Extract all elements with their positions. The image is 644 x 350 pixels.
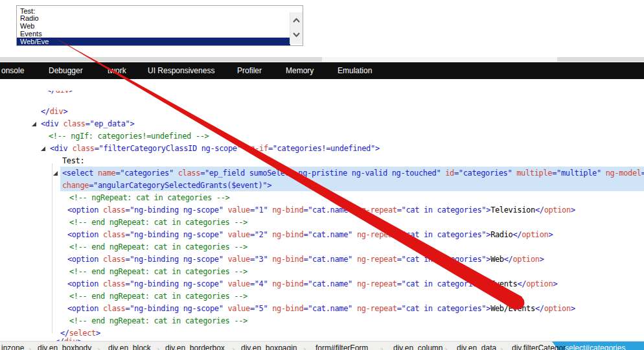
code-token-c: <!-- end ngRepeat: cat in categories --> — [69, 267, 247, 276]
dom-tree-node[interactable]: <!-- end ngRepeat: cat in categories --> — [69, 266, 247, 277]
code-token-t: </ — [41, 107, 50, 116]
dom-tree-node[interactable]: <option class="ng-binding ng-scope" valu… — [67, 205, 575, 215]
code-token-a: div — [50, 107, 63, 116]
dom-tree-node[interactable]: <option class="ng-binding ng-scope" valu… — [67, 303, 575, 314]
code-token-t: > — [130, 119, 135, 128]
option-row-web-eve[interactable]: Web/Eve — [17, 38, 290, 45]
code-token-t: <option — [67, 230, 103, 239]
breadcrumb-item-div-en-data[interactable]: div.en_data — [457, 342, 496, 350]
dom-tree-node[interactable]: <div class="filterCategoryClassID ng-sco… — [50, 143, 380, 154]
code-token-v: ="2" — [250, 230, 272, 239]
code-token-x: Test: — [62, 156, 84, 165]
code-token-x: Television — [490, 205, 535, 215]
breadcrumb-separator-icon: › — [97, 342, 100, 350]
breadcrumb-item-div-en-borderbox[interactable]: div.en_borderbox — [165, 342, 225, 350]
tab-profiler[interactable]: Profiler — [237, 63, 262, 80]
horizontal-scrollbar[interactable] — [0, 57, 644, 62]
code-token-a: ng-bind — [272, 230, 303, 239]
code-token-x: Events — [490, 279, 517, 288]
breadcrumb-item-form-filterform[interactable]: form#filterForm — [316, 342, 368, 350]
code-token-t: > — [549, 230, 553, 239]
code-token-t: > — [63, 107, 67, 116]
code-token-a: class — [178, 169, 200, 178]
listbox-scrollbar[interactable] — [290, 12, 303, 44]
tree-indent-guide — [52, 163, 52, 333]
code-token-v: ="cat.name" — [303, 279, 357, 288]
code-token-v: ="ng-binding ng-scope" — [125, 279, 227, 288]
code-token-t: </ — [535, 304, 544, 313]
dom-tree-node[interactable]: </div> — [55, 336, 82, 341]
expand-collapse-triangle-icon[interactable] — [41, 146, 45, 151]
option-row-web[interactable]: Web — [17, 22, 290, 30]
code-token-v: ="ep_data" — [86, 119, 130, 128]
tab-memory[interactable]: Memory — [286, 63, 314, 80]
code-token-v: ="cat in categories"> — [397, 205, 490, 215]
breadcrumb-item-inzone[interactable]: inzone — [1, 342, 24, 350]
code-token-v: ="ng-binding ng-scope" — [125, 205, 227, 215]
element-breadcrumb-bar: select#categories inzone›div.en_boxbody›… — [0, 341, 644, 350]
dom-tree-node[interactable]: <!-- end ngRepeat: cat in categories --> — [69, 217, 247, 228]
dom-tree-node[interactable]: <!-- end ngRepeat: cat in categories --> — [69, 316, 247, 326]
tab-twork[interactable]: twork — [108, 63, 126, 80]
dom-tree-node[interactable]: <select name="categories" class="ep_fiel… — [62, 168, 644, 178]
dom-tree-node[interactable]: <!-- end ngRepeat: cat in categories --> — [69, 242, 247, 252]
breadcrumb-item-div-en-boxpagin[interactable]: div.en_boxpagin — [241, 342, 297, 350]
code-token-c: <!-- end ngRepeat: cat in categories --> — [69, 218, 247, 227]
dom-tree-node[interactable]: Test: — [62, 156, 84, 166]
code-token-c: <!-- ngIf: categories!=undefined --> — [49, 132, 209, 141]
code-token-a: option — [544, 304, 571, 313]
dom-tree-node[interactable]: <option class="ng-binding ng-scope" valu… — [67, 279, 557, 289]
expand-collapse-triangle-icon[interactable] — [53, 171, 58, 176]
code-token-a: option — [513, 255, 540, 264]
breadcrumb-item-div-en-column[interactable]: div.en_column — [393, 342, 443, 350]
dom-tree-node[interactable]: <option class="ng-binding ng-scope" valu… — [67, 254, 544, 264]
code-token-x: Web — [490, 255, 504, 264]
code-token-v: ="1" — [250, 205, 272, 215]
code-token-v: ="angularCategorySelectedGrants($event)" — [89, 181, 267, 190]
breadcrumb-item-div-filtercategor[interactable]: div.filterCategor — [512, 342, 566, 350]
dom-tree-node[interactable]: <option class="ng-binding ng-scope" valu… — [67, 229, 553, 240]
scrollbar-thumb-right[interactable] — [557, 57, 644, 62]
code-token-a: ng-repeat — [357, 230, 397, 239]
code-token-a: value — [228, 230, 250, 239]
dom-tree-node[interactable]: </div> — [41, 106, 67, 117]
dom-tree-node[interactable]: <!-- end ngRepeat: cat in categories --> — [69, 291, 247, 301]
option-row-radio[interactable]: Radio — [17, 14, 290, 22]
code-token-a: value — [228, 304, 250, 313]
dom-tree-node[interactable]: <!-- ngIf: categories!=undefined --> — [49, 131, 209, 141]
dom-explorer-pane[interactable]: </div></div><div class="ep_data"><!-- ng… — [0, 79, 644, 341]
code-token-v: ="ng-binding ng-scope" — [125, 304, 227, 313]
code-token-t: > — [540, 255, 544, 264]
code-token-a: option — [522, 230, 548, 239]
code-token-t: > — [553, 279, 557, 288]
code-token-a: class — [72, 144, 94, 153]
breadcrumb-separator-icon: › — [500, 342, 503, 350]
option-row-events[interactable]: Events — [17, 30, 290, 38]
breadcrumb-item-select-categories[interactable]: select#categories — [552, 342, 644, 350]
scrollbar-thumb-left[interactable] — [0, 57, 322, 62]
code-token-c: <!-- end ngRepeat: cat in categories --> — [69, 292, 247, 301]
chevron-down-icon[interactable] — [293, 32, 300, 37]
dom-tree-node[interactable]: change="angularCategorySelectedGrants($e… — [62, 180, 271, 191]
code-token-t: <div — [50, 144, 72, 153]
code-token-a: ng-repeat — [357, 279, 397, 288]
tab-ui-responsiveness[interactable]: UI Responsiveness — [148, 63, 214, 80]
code-token-v: ="cat.name" — [303, 255, 357, 264]
dom-tree-node[interactable]: </div> — [47, 91, 73, 95]
code-token-t: </ — [517, 279, 526, 288]
tab-emulation[interactable]: Emulation — [338, 63, 372, 80]
tab-onsole[interactable]: onsole — [1, 63, 24, 80]
code-token-a: value — [228, 205, 250, 215]
code-token-a: class — [63, 119, 85, 128]
breadcrumb-item-div-en-boxbody[interactable]: div.en_boxbody — [38, 342, 91, 350]
expand-collapse-triangle-icon[interactable] — [32, 122, 36, 126]
tab-debugger[interactable]: Debugger — [49, 63, 83, 80]
code-token-t: </ — [513, 230, 522, 239]
dom-tree-node[interactable]: <!-- ngRepeat: cat in categories --> — [69, 192, 230, 203]
code-token-v: ="cat in categories"> — [397, 279, 490, 288]
code-token-v: ="cat in categories"> — [397, 255, 490, 264]
breadcrumb-item-div-en-block[interactable]: div.en_block — [108, 342, 151, 350]
chevron-up-icon[interactable] — [293, 18, 300, 23]
dom-tree-node[interactable]: <div class="ep_data"> — [41, 119, 134, 129]
code-token-a: name — [98, 169, 116, 178]
